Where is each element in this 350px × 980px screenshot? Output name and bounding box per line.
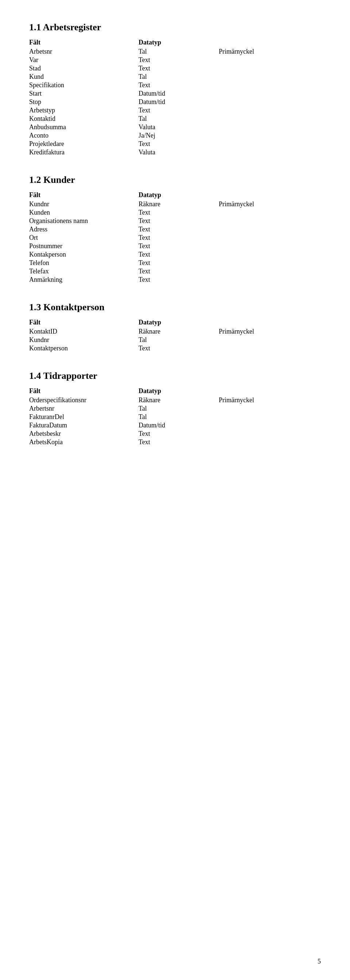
cell-field: Aconto: [29, 132, 139, 139]
table-row: ArbertsnrTal: [29, 405, 321, 412]
cell-note: [219, 56, 321, 64]
table-row: KontaktIDRäknarePrimärnyckel: [29, 328, 321, 336]
cell-field: Arbetstyp: [29, 107, 139, 114]
cell-field: Kunden: [29, 209, 139, 216]
cell-field: Kontaktperson: [29, 345, 139, 352]
cell-field: KontaktID: [29, 328, 139, 336]
cell-datatype: Text: [139, 56, 219, 64]
cell-note: [219, 267, 321, 275]
cell-field: Kund: [29, 73, 139, 81]
cell-field: Stop: [29, 98, 139, 106]
cell-datatype: Text: [139, 217, 219, 225]
cell-datatype: Tal: [139, 405, 219, 412]
table-header-row: FältDatatyp: [29, 191, 321, 199]
table-row: KreditfakturaValuta: [29, 148, 321, 156]
column-header-datatype: Datatyp: [139, 191, 219, 199]
table-row: StartDatum/tid: [29, 90, 321, 97]
cell-field: Ort: [29, 234, 139, 242]
cell-note: [219, 132, 321, 139]
cell-note: [219, 242, 321, 250]
cell-note: [219, 438, 321, 446]
cell-datatype: Valuta: [139, 123, 219, 131]
cell-datatype: Datum/tid: [139, 90, 219, 97]
column-header-note: [219, 191, 321, 199]
table-header-row: FältDatatyp: [29, 39, 321, 46]
cell-datatype: Text: [139, 438, 219, 446]
cell-note: [219, 73, 321, 81]
cell-field: Anmärkning: [29, 276, 139, 283]
cell-datatype: Tal: [139, 413, 219, 421]
cell-note: [219, 259, 321, 267]
column-header-field: Fält: [29, 319, 139, 326]
cell-note: [219, 234, 321, 242]
cell-datatype: Text: [139, 81, 219, 89]
cell-field: Kontaktid: [29, 115, 139, 123]
cell-field: Kontakperson: [29, 251, 139, 258]
cell-field: ArbetsKopia: [29, 438, 139, 446]
column-header-field: Fält: [29, 39, 139, 46]
cell-datatype: Räknare: [139, 396, 219, 404]
table-row: StadText: [29, 65, 321, 72]
cell-field: Telefon: [29, 259, 139, 267]
table-header-row: FältDatatyp: [29, 319, 321, 326]
section-arbetsregister: 1.1 ArbetsregisterFältDatatypArbetsnrTal…: [29, 22, 321, 156]
table-row: KundnrTal: [29, 336, 321, 344]
cell-note: [219, 123, 321, 131]
cell-field: Kundnr: [29, 200, 139, 208]
section-title-tidrapporter: 1.4 Tidrapporter: [29, 371, 321, 382]
cell-note: [219, 405, 321, 412]
table-row: ArbetsKopiaText: [29, 438, 321, 446]
table-row: OrtText: [29, 234, 321, 242]
cell-note: [219, 251, 321, 258]
cell-note: [219, 81, 321, 89]
cell-datatype: Text: [139, 234, 219, 242]
cell-datatype: Text: [139, 259, 219, 267]
section-tidrapporter: 1.4 TidrapporterFältDatatypOrderspecifik…: [29, 371, 321, 446]
cell-datatype: Datum/tid: [139, 98, 219, 106]
cell-datatype: Text: [139, 276, 219, 283]
column-header-field: Fält: [29, 191, 139, 199]
table-row: PostnummerText: [29, 242, 321, 250]
table-row: AnbudsummaValuta: [29, 123, 321, 131]
cell-note: [219, 226, 321, 233]
cell-datatype: Räknare: [139, 200, 219, 208]
cell-datatype: Räknare: [139, 328, 219, 336]
cell-note: [219, 90, 321, 97]
cell-field: Arbetsbeskr: [29, 430, 139, 438]
cell-datatype: Tal: [139, 73, 219, 81]
table-row: KundenText: [29, 209, 321, 216]
cell-note: [219, 98, 321, 106]
cell-field: Postnummer: [29, 242, 139, 250]
cell-note: Primärnyckel: [219, 200, 321, 208]
table-row: ProjektledareText: [29, 140, 321, 148]
column-header-note: [219, 319, 321, 326]
cell-note: [219, 276, 321, 283]
column-header-field: Fält: [29, 387, 139, 395]
cell-datatype: Tal: [139, 48, 219, 56]
cell-field: Specifikation: [29, 81, 139, 89]
section-title-kontaktperson: 1.3 Kontaktperson: [29, 302, 321, 313]
table-row: ArbetstypText: [29, 107, 321, 114]
table-row: KundnrRäknarePrimärnyckel: [29, 200, 321, 208]
cell-datatype: Text: [139, 209, 219, 216]
table-row: KontaktpersonText: [29, 345, 321, 352]
cell-datatype: Text: [139, 107, 219, 114]
cell-field: Telefax: [29, 267, 139, 275]
cell-field: FakturaDatum: [29, 422, 139, 429]
column-header-datatype: Datatyp: [139, 39, 219, 46]
table-row: Organisationens namnText: [29, 217, 321, 225]
table-row: ArbetsnrTalPrimärnyckel: [29, 48, 321, 56]
cell-field: Kreditfaktura: [29, 148, 139, 156]
cell-datatype: Text: [139, 242, 219, 250]
table-header-row: FältDatatyp: [29, 387, 321, 395]
table-row: SpecifikationText: [29, 81, 321, 89]
table-row: FakturanrDelTal: [29, 413, 321, 421]
table-row: VarText: [29, 56, 321, 64]
column-header-datatype: Datatyp: [139, 387, 219, 395]
cell-note: [219, 422, 321, 429]
cell-field: Orderspecifikationsnr: [29, 396, 139, 404]
cell-field: Var: [29, 56, 139, 64]
cell-field: Stad: [29, 65, 139, 72]
section-kunder: 1.2 KunderFältDatatypKundnrRäknarePrimär…: [29, 175, 321, 283]
table-row: AnmärkningText: [29, 276, 321, 283]
